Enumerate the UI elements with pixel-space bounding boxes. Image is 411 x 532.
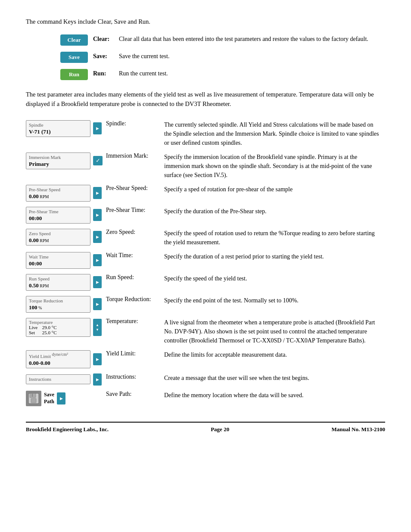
param-row-spindle: SpindleV-71 (71)Spindle:The currently se… xyxy=(26,118,385,150)
param-desc-yield-limit: Define the limits for acceptable measure… xyxy=(164,348,385,371)
command-row-clear: ClearClear:Clear all data that has been … xyxy=(60,34,385,46)
param-row-pre-shear-time: Pre-Shear Time00:00Pre-Shear Time:Specif… xyxy=(26,204,385,226)
widget-title-temperature: Temperature xyxy=(29,320,53,325)
arrow-btn-instructions[interactable] xyxy=(93,373,102,386)
checkmark-icon-immersion-mark[interactable]: ✓ xyxy=(93,156,103,165)
widget-unit-super-yield-limit: dyne/cm² xyxy=(51,352,68,357)
param-name-save-path: Save Path: xyxy=(106,388,164,409)
widget-inner-pre-shear-time: Pre-Shear Time00:00 xyxy=(26,207,90,224)
footer: Brookfield Engineering Labs., Inc. Page … xyxy=(26,422,385,437)
clear-desc: Clear all data that has been entered int… xyxy=(119,34,368,44)
svg-rect-2 xyxy=(31,398,36,403)
param-desc-temperature: A live signal from the rheometer when a … xyxy=(164,315,385,348)
widget-cell-save-path: SavePath xyxy=(26,388,106,409)
widget-inner-run-speed: Run Speed0.50 RPM xyxy=(26,274,90,291)
widget-title-instructions: Instructions xyxy=(29,376,51,382)
widget-title-yield-limit: Yield Limit xyxy=(29,354,51,359)
widget-row-save-path: SavePath xyxy=(26,391,103,406)
widget-value-spindle: V-71 (71) xyxy=(29,128,78,135)
widget-inner-zero-speed: Zero Speed0.00 RPM xyxy=(26,229,90,246)
arrow-btn-torque-reduction[interactable] xyxy=(93,298,102,310)
param-desc-instructions: Create a message that the user will see … xyxy=(164,371,385,388)
arrow-btn-yield-limit[interactable] xyxy=(93,353,102,365)
svg-rect-3 xyxy=(32,394,33,397)
widget-value-run-speed: 0.50 RPM xyxy=(29,282,78,289)
run-desc: Run the current test. xyxy=(119,69,168,78)
param-row-instructions: InstructionsInstructions:Create a messag… xyxy=(26,371,385,388)
widget-inner-instructions: Instructions xyxy=(26,374,90,384)
widget-title-immersion-mark: Immersion Mark xyxy=(29,155,61,160)
param-desc-immersion-mark: Specify the immersion location of the Br… xyxy=(164,150,385,182)
save-path-icon-save-path xyxy=(26,391,41,406)
param-row-save-path: SavePath Save Path:Define the memory loc… xyxy=(26,388,385,409)
widget-inner-torque-reduction: Torque Reduction100 % xyxy=(26,296,90,313)
widget-cell-run-speed: Run Speed0.50 RPM xyxy=(26,271,106,293)
widget-row-wait-time: Wait Time00:00 xyxy=(26,252,103,269)
clear-label: Clear: xyxy=(93,34,114,43)
command-row-save: SaveSave:Save the current test. xyxy=(60,52,385,63)
widget-row-instructions: Instructions xyxy=(26,373,103,386)
param-name-pre-shear-speed: Pre-Shear Speed: xyxy=(106,182,164,204)
param-row-wait-time: Wait Time00:00Wait Time:Specify the dura… xyxy=(26,249,385,271)
param-name-temperature: Temperature: xyxy=(106,315,164,348)
arrow-btn-pre-shear-time[interactable] xyxy=(93,209,102,221)
param-name-immersion-mark: Immersion Mark: xyxy=(106,150,164,182)
save-desc: Save the current test. xyxy=(119,52,169,61)
save-path-label-save-path: SavePath xyxy=(44,392,54,405)
widget-cell-temperature: TemperatureLive 29.0 °CSet 25.0 °C xyxy=(26,315,106,348)
arrow-btn-pre-shear-speed[interactable] xyxy=(93,187,102,199)
widget-cell-spindle: SpindleV-71 (71) xyxy=(26,118,106,150)
widget-cell-torque-reduction: Torque Reduction100 % xyxy=(26,293,106,315)
param-row-immersion-mark: Immersion MarkPrimary✓Immersion Mark:Spe… xyxy=(26,150,385,182)
widget-inner-spindle: SpindleV-71 (71) xyxy=(26,120,90,137)
widget-row-torque-reduction: Torque Reduction100 % xyxy=(26,296,103,313)
param-desc-wait-time: Specify the duration of a rest period pr… xyxy=(164,249,385,271)
param-name-run-speed: Run Speed: xyxy=(106,271,164,293)
widget-cell-zero-speed: Zero Speed0.00 RPM xyxy=(26,226,106,249)
run-label: Run: xyxy=(93,69,114,77)
widget-title-spindle: Spindle xyxy=(29,122,44,128)
save-label: Save: xyxy=(93,52,114,60)
param-name-zero-speed: Zero Speed: xyxy=(106,226,164,249)
param-desc-spindle: The currently selected spindle. All Yiel… xyxy=(164,118,385,150)
widget-inner-immersion-mark: Immersion MarkPrimary xyxy=(26,152,90,169)
widget-title-pre-shear-speed: Pre-Shear Speed xyxy=(29,187,60,192)
param-desc-save-path: Define the memory location where the dat… xyxy=(164,388,385,409)
arrow-btn-run-speed[interactable] xyxy=(93,276,102,288)
widget-row-zero-speed: Zero Speed0.00 RPM xyxy=(26,229,103,246)
widget-cell-wait-time: Wait Time00:00 xyxy=(26,249,106,271)
widget-title-pre-shear-time: Pre-Shear Time xyxy=(29,209,59,214)
param-name-instructions: Instructions: xyxy=(106,371,164,388)
widget-row-temperature: TemperatureLive 29.0 °CSet 25.0 °C xyxy=(26,318,103,337)
widget-value-torque-reduction: 100 % xyxy=(29,304,78,311)
clear-button[interactable]: Clear xyxy=(60,34,88,46)
widget-value-yield-limit: 0.00-0.00 xyxy=(29,360,78,367)
widget-row-run-speed: Run Speed0.50 RPM xyxy=(26,274,103,291)
param-name-torque-reduction: Torque Reduction: xyxy=(106,293,164,315)
param-name-wait-time: Wait Time: xyxy=(106,249,164,271)
arrow-btn-save-path[interactable] xyxy=(57,392,65,404)
arrow-btn-wait-time[interactable] xyxy=(93,254,102,266)
param-desc-zero-speed: Specify the speed of rotation used to re… xyxy=(164,226,385,249)
widget-value-wait-time: 00:00 xyxy=(29,260,78,267)
parameters-table: SpindleV-71 (71)Spindle:The currently se… xyxy=(26,118,385,409)
arrow-btn-zero-speed[interactable] xyxy=(93,231,102,243)
param-row-pre-shear-speed: Pre-Shear Speed0.00 RPMPre-Shear Speed:S… xyxy=(26,182,385,204)
widget-value-zero-speed: 0.00 RPM xyxy=(29,237,78,244)
widget-title-run-speed: Run Speed xyxy=(29,276,50,281)
widget-value-immersion-mark: Primary xyxy=(29,161,78,168)
arrow-btn-spindle[interactable] xyxy=(93,122,102,134)
widget-cell-pre-shear-speed: Pre-Shear Speed0.00 RPM xyxy=(26,182,106,204)
widget-cell-instructions: Instructions xyxy=(26,371,106,388)
save-button[interactable]: Save xyxy=(60,52,88,63)
param-name-yield-limit: Yield Limit: xyxy=(106,348,164,371)
command-row-run: RunRun:Run the current test. xyxy=(60,69,385,80)
widget-title-wait-time: Wait Time xyxy=(29,254,49,259)
widget-row-pre-shear-speed: Pre-Shear Speed0.00 RPM xyxy=(26,185,103,202)
widget-set-temperature: Set 25.0 °C xyxy=(29,330,78,335)
param-desc-run-speed: Specify the speed of the yield test. xyxy=(164,271,385,293)
param-desc-torque-reduction: Specify the end point of the test. Norma… xyxy=(164,293,385,315)
run-button[interactable]: Run xyxy=(60,69,88,80)
temp-arrow-temperature[interactable] xyxy=(93,319,102,336)
widget-live-temperature: Live 29.0 °C xyxy=(29,325,78,330)
